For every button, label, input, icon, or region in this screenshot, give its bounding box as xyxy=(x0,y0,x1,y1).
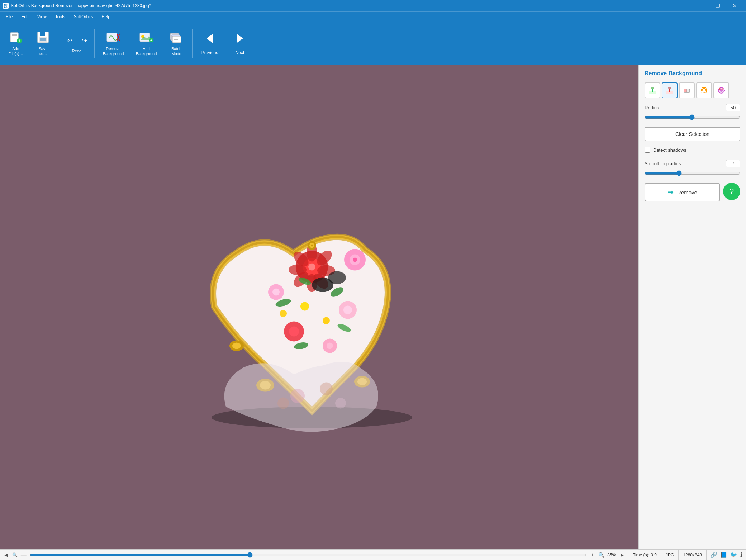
zoom-in-button[interactable]: + xyxy=(589,551,595,559)
next-label: Next xyxy=(236,50,244,55)
remove-brush-tool[interactable] xyxy=(662,82,678,98)
radius-slider-container[interactable] xyxy=(645,114,740,121)
svg-rect-79 xyxy=(703,87,705,89)
add-files-icon: + xyxy=(9,30,23,44)
detect-shadows-label[interactable]: Detect shadows xyxy=(653,147,686,153)
menu-tools[interactable]: Tools xyxy=(51,13,70,21)
redo-label: Redo xyxy=(72,49,81,53)
remove-button[interactable]: ➡ Remove xyxy=(645,183,720,201)
previous-button[interactable]: Previous xyxy=(195,26,224,61)
title-bar: 🖼 SoftOrbits Background Remover - happy-… xyxy=(0,0,746,11)
save-as-button[interactable]: Saveas… xyxy=(30,26,56,61)
smart-select-tool[interactable] xyxy=(696,82,712,98)
svg-point-45 xyxy=(289,327,299,337)
undo-button[interactable]: ↶ xyxy=(62,34,76,48)
detect-shadows-checkbox[interactable] xyxy=(645,147,650,153)
add-background-label: AddBackground xyxy=(136,47,157,56)
remove-background-label: RemoveBackground xyxy=(103,47,124,56)
jewelry-box-image xyxy=(172,181,441,433)
remove-label: Remove xyxy=(677,189,697,195)
menu-softorbits[interactable]: SoftOrbits xyxy=(70,13,97,21)
smoothing-label: Smoothing radius xyxy=(645,161,681,166)
separator-1 xyxy=(59,29,59,58)
svg-point-50 xyxy=(280,310,287,317)
detect-shadows-row: Detect shadows xyxy=(645,147,740,153)
add-background-button[interactable]: + AddBackground xyxy=(130,26,162,61)
separator-3 xyxy=(192,29,193,58)
svg-point-39 xyxy=(353,258,357,262)
smoothing-row: Smoothing radius 7 xyxy=(645,160,740,167)
share-icon[interactable]: 🔗 xyxy=(710,551,717,558)
svg-rect-19 xyxy=(174,38,179,38)
smoothing-value: 7 xyxy=(726,160,740,167)
add-files-label: AddFile(s)… xyxy=(8,47,23,56)
scroll-left-button[interactable]: ◀ xyxy=(3,552,9,557)
svg-rect-78 xyxy=(701,89,703,91)
remove-background-button[interactable]: RemoveBackground xyxy=(98,26,129,61)
add-background-icon: + xyxy=(139,30,153,44)
svg-text:+: + xyxy=(18,38,20,43)
menu-view[interactable]: View xyxy=(33,13,51,21)
svg-rect-76 xyxy=(684,89,687,92)
menu-file[interactable]: File xyxy=(1,13,17,21)
redo-button[interactable]: ↷ xyxy=(77,34,91,48)
svg-rect-8 xyxy=(40,38,46,41)
magic-wand-tool[interactable] xyxy=(713,82,729,98)
svg-point-64 xyxy=(232,343,241,349)
svg-point-58 xyxy=(311,245,313,247)
canvas-area[interactable] xyxy=(0,65,638,549)
svg-point-36 xyxy=(328,271,346,284)
batch-mode-label: BatchMode xyxy=(171,47,181,56)
previous-label: Previous xyxy=(201,50,218,55)
twitter-icon[interactable]: 🐦 xyxy=(730,551,737,558)
minimize-button[interactable]: — xyxy=(692,0,709,11)
previous-icon xyxy=(203,31,217,48)
svg-rect-80 xyxy=(705,89,707,91)
separator-2 xyxy=(94,29,95,58)
svg-point-26 xyxy=(308,264,315,271)
batch-mode-button[interactable]: BatchMode xyxy=(163,26,189,61)
svg-point-66 xyxy=(320,383,333,395)
zoom-slider[interactable] xyxy=(30,552,586,558)
zoom-large-icon: 🔍 xyxy=(598,552,604,558)
help-button[interactable]: ? xyxy=(723,183,740,200)
window-title: SoftOrbits Background Remover - happy-bi… xyxy=(11,3,151,8)
svg-point-65 xyxy=(290,389,305,403)
info-icon[interactable]: ℹ xyxy=(740,551,742,558)
next-button[interactable]: Next xyxy=(225,26,254,61)
svg-rect-74 xyxy=(668,87,671,89)
menu-help[interactable]: Help xyxy=(97,13,115,21)
right-panel: Remove Background xyxy=(638,65,746,549)
radius-row: Radius 50 xyxy=(645,104,740,111)
keep-brush-tool[interactable] xyxy=(645,82,660,98)
zoom-out-button[interactable]: — xyxy=(20,551,27,559)
clear-selection-button[interactable]: Clear Selection xyxy=(645,127,740,141)
dimensions-status: 1280x848 xyxy=(679,550,707,560)
svg-point-49 xyxy=(323,317,330,324)
svg-point-86 xyxy=(722,88,723,90)
format-status: JPG xyxy=(661,550,679,560)
panel-title: Remove Background xyxy=(645,70,740,77)
menu-edit[interactable]: Edit xyxy=(17,13,33,21)
svg-point-85 xyxy=(719,88,721,90)
main-layout: Remove Background xyxy=(0,65,746,549)
remove-arrow-icon: ➡ xyxy=(667,188,674,196)
radius-slider[interactable] xyxy=(645,114,740,120)
smoothing-slider-container[interactable] xyxy=(645,170,740,177)
next-icon xyxy=(233,31,247,48)
batch-mode-icon xyxy=(169,30,184,44)
svg-point-43 xyxy=(343,306,352,314)
close-button[interactable]: ✕ xyxy=(727,0,743,11)
eraser-tool[interactable] xyxy=(679,82,695,98)
maximize-button[interactable]: ❐ xyxy=(709,0,726,11)
smoothing-slider[interactable] xyxy=(645,170,740,176)
zoom-small-icon: 🔍 xyxy=(12,552,18,557)
toolbar: + AddFile(s)… Saveas… ↶ ↷ Redo xyxy=(0,22,746,65)
status-bar: ◀ 🔍 — + 🔍 85% ▶ Time (s): 0.9 JPG 1280x8… xyxy=(0,549,746,560)
scroll-right-button[interactable]: ▶ xyxy=(619,552,625,557)
facebook-icon[interactable]: 📘 xyxy=(720,551,727,558)
svg-rect-20 xyxy=(174,39,178,40)
svg-point-47 xyxy=(327,343,333,349)
add-files-button[interactable]: + AddFile(s)… xyxy=(3,26,29,61)
status-info: Time (s): 0.9 JPG 1280x848 🔗 📘 🐦 ℹ xyxy=(628,550,746,560)
